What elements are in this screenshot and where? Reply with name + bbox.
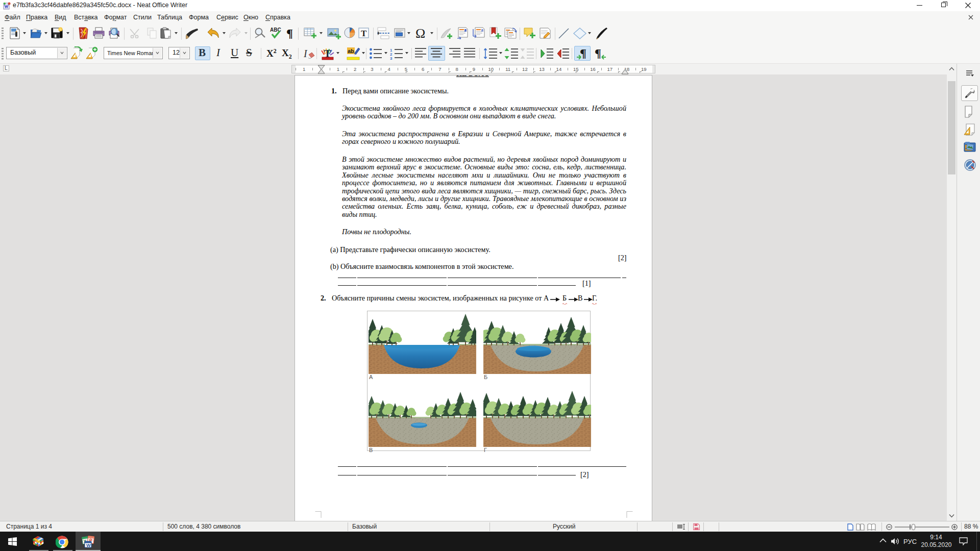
svg-text:ab: ab: [348, 48, 354, 54]
svg-text:3: 3: [390, 56, 393, 60]
svg-text:¶: ¶: [286, 27, 293, 39]
svg-text:Ω: Ω: [415, 27, 425, 40]
svg-text:W: W: [86, 543, 91, 548]
svg-text:¶: ¶: [595, 47, 601, 60]
svg-text:I: I: [303, 48, 308, 59]
svg-text:T: T: [361, 29, 367, 38]
